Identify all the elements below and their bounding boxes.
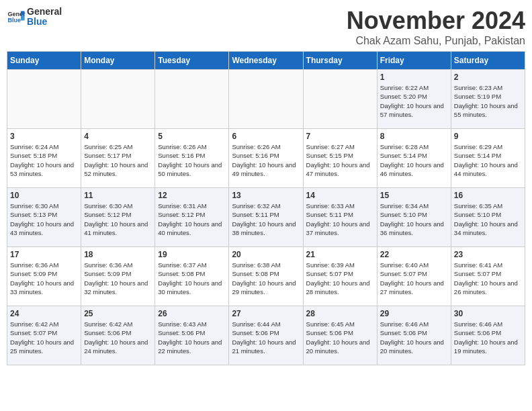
calendar-cell: 6Sunrise: 6:26 AM Sunset: 5:16 PM Daylig…: [229, 129, 303, 188]
logo-line1: General: [27, 7, 62, 17]
day-details: Sunrise: 6:36 AM Sunset: 5:09 PM Dayligh…: [84, 261, 152, 296]
day-number: 26: [158, 309, 226, 318]
day-details: Sunrise: 6:24 AM Sunset: 5:18 PM Dayligh…: [10, 142, 78, 178]
day-details: Sunrise: 6:26 AM Sunset: 5:16 PM Dayligh…: [232, 142, 300, 178]
day-number: 11: [84, 191, 152, 200]
calendar-cell: [7, 70, 81, 129]
day-number: 25: [84, 309, 152, 318]
calendar-cell: 19Sunrise: 6:37 AM Sunset: 5:08 PM Dayli…: [155, 247, 229, 306]
calendar-cell: 13Sunrise: 6:32 AM Sunset: 5:11 PM Dayli…: [229, 188, 303, 247]
day-details: Sunrise: 6:29 AM Sunset: 5:14 PM Dayligh…: [454, 142, 522, 178]
day-details: Sunrise: 6:35 AM Sunset: 5:10 PM Dayligh…: [454, 201, 522, 237]
day-details: Sunrise: 6:33 AM Sunset: 5:11 PM Dayligh…: [306, 201, 374, 237]
day-details: Sunrise: 6:23 AM Sunset: 5:19 PM Dayligh…: [454, 83, 522, 119]
day-number: 18: [84, 250, 152, 259]
week-row-1: 1Sunrise: 6:22 AM Sunset: 5:20 PM Daylig…: [7, 70, 525, 129]
calendar-cell: 18Sunrise: 6:36 AM Sunset: 5:09 PM Dayli…: [81, 247, 155, 306]
day-details: Sunrise: 6:38 AM Sunset: 5:08 PM Dayligh…: [232, 261, 300, 296]
day-details: Sunrise: 6:25 AM Sunset: 5:17 PM Dayligh…: [84, 142, 152, 178]
weekday-header-sunday: Sunday: [7, 52, 81, 70]
day-number: 10: [10, 191, 78, 200]
day-number: 12: [158, 191, 226, 200]
calendar-cell: 16Sunrise: 6:35 AM Sunset: 5:10 PM Dayli…: [451, 188, 525, 247]
calendar-cell: 20Sunrise: 6:38 AM Sunset: 5:08 PM Dayli…: [229, 247, 303, 306]
day-details: Sunrise: 6:40 AM Sunset: 5:07 PM Dayligh…: [380, 261, 448, 296]
day-number: 2: [454, 73, 522, 82]
calendar-cell: 15Sunrise: 6:34 AM Sunset: 5:10 PM Dayli…: [377, 188, 451, 247]
day-details: Sunrise: 6:42 AM Sunset: 5:07 PM Dayligh…: [10, 320, 78, 355]
day-number: 8: [380, 132, 448, 141]
day-details: Sunrise: 6:31 AM Sunset: 5:12 PM Dayligh…: [158, 201, 226, 237]
calendar-cell: 14Sunrise: 6:33 AM Sunset: 5:11 PM Dayli…: [303, 188, 377, 247]
day-details: Sunrise: 6:34 AM Sunset: 5:10 PM Dayligh…: [380, 201, 448, 237]
calendar-cell: 29Sunrise: 6:46 AM Sunset: 5:06 PM Dayli…: [377, 306, 451, 365]
week-row-5: 24Sunrise: 6:42 AM Sunset: 5:07 PM Dayli…: [7, 306, 525, 365]
day-number: 15: [380, 191, 448, 200]
day-number: 22: [380, 250, 448, 259]
weekday-header-thursday: Thursday: [303, 52, 377, 70]
svg-text:Blue: Blue: [7, 17, 21, 24]
weekday-header-saturday: Saturday: [451, 52, 525, 70]
calendar-cell: 3Sunrise: 6:24 AM Sunset: 5:18 PM Daylig…: [7, 129, 81, 188]
day-number: 5: [158, 132, 226, 141]
logo: General Blue General Blue: [7, 7, 62, 28]
calendar-table: SundayMondayTuesdayWednesdayThursdayFrid…: [7, 51, 525, 365]
day-number: 23: [454, 250, 522, 259]
calendar-cell: 10Sunrise: 6:30 AM Sunset: 5:13 PM Dayli…: [7, 188, 81, 247]
calendar-cell: 7Sunrise: 6:27 AM Sunset: 5:15 PM Daylig…: [303, 129, 377, 188]
day-details: Sunrise: 6:45 AM Sunset: 5:06 PM Dayligh…: [306, 320, 374, 355]
day-details: Sunrise: 6:28 AM Sunset: 5:14 PM Dayligh…: [380, 142, 448, 178]
day-number: 1: [380, 73, 448, 82]
calendar-cell: [303, 70, 377, 129]
day-number: 28: [306, 309, 374, 318]
page-header: General Blue General Blue November 2024 …: [7, 7, 525, 47]
day-details: Sunrise: 6:46 AM Sunset: 5:06 PM Dayligh…: [380, 320, 448, 355]
calendar-cell: 22Sunrise: 6:40 AM Sunset: 5:07 PM Dayli…: [377, 247, 451, 306]
calendar-cell: 2Sunrise: 6:23 AM Sunset: 5:19 PM Daylig…: [451, 70, 525, 129]
calendar-cell: 23Sunrise: 6:41 AM Sunset: 5:07 PM Dayli…: [451, 247, 525, 306]
day-number: 24: [10, 309, 78, 318]
day-number: 6: [232, 132, 300, 141]
calendar-cell: 17Sunrise: 6:36 AM Sunset: 5:09 PM Dayli…: [7, 247, 81, 306]
day-number: 21: [306, 250, 374, 259]
day-number: 9: [454, 132, 522, 141]
calendar-cell: 24Sunrise: 6:42 AM Sunset: 5:07 PM Dayli…: [7, 306, 81, 365]
calendar-cell: 21Sunrise: 6:39 AM Sunset: 5:07 PM Dayli…: [303, 247, 377, 306]
day-details: Sunrise: 6:36 AM Sunset: 5:09 PM Dayligh…: [10, 261, 78, 296]
day-details: Sunrise: 6:30 AM Sunset: 5:13 PM Dayligh…: [10, 201, 78, 237]
day-number: 13: [232, 191, 300, 200]
day-details: Sunrise: 6:39 AM Sunset: 5:07 PM Dayligh…: [306, 261, 374, 296]
calendar-cell: 30Sunrise: 6:46 AM Sunset: 5:06 PM Dayli…: [451, 306, 525, 365]
day-number: 7: [306, 132, 374, 141]
calendar-cell: 4Sunrise: 6:25 AM Sunset: 5:17 PM Daylig…: [81, 129, 155, 188]
calendar-cell: 1Sunrise: 6:22 AM Sunset: 5:20 PM Daylig…: [377, 70, 451, 129]
day-number: 3: [10, 132, 78, 141]
calendar-cell: 25Sunrise: 6:42 AM Sunset: 5:06 PM Dayli…: [81, 306, 155, 365]
title-block: November 2024 Chak Azam Sahu, Punjab, Pa…: [347, 7, 525, 47]
week-row-3: 10Sunrise: 6:30 AM Sunset: 5:13 PM Dayli…: [7, 188, 525, 247]
week-row-2: 3Sunrise: 6:24 AM Sunset: 5:18 PM Daylig…: [7, 129, 525, 188]
calendar-cell: 28Sunrise: 6:45 AM Sunset: 5:06 PM Dayli…: [303, 306, 377, 365]
calendar-cell: 8Sunrise: 6:28 AM Sunset: 5:14 PM Daylig…: [377, 129, 451, 188]
weekday-header-tuesday: Tuesday: [155, 52, 229, 70]
weekday-header-friday: Friday: [377, 52, 451, 70]
day-number: 27: [232, 309, 300, 318]
day-details: Sunrise: 6:44 AM Sunset: 5:06 PM Dayligh…: [232, 320, 300, 355]
weekday-header-monday: Monday: [81, 52, 155, 70]
logo-icon: General Blue: [7, 7, 26, 26]
day-number: 16: [454, 191, 522, 200]
calendar-cell: 12Sunrise: 6:31 AM Sunset: 5:12 PM Dayli…: [155, 188, 229, 247]
day-details: Sunrise: 6:42 AM Sunset: 5:06 PM Dayligh…: [84, 320, 152, 355]
day-number: 14: [306, 191, 374, 200]
day-number: 17: [10, 250, 78, 259]
day-details: Sunrise: 6:46 AM Sunset: 5:06 PM Dayligh…: [454, 320, 522, 355]
calendar-cell: 27Sunrise: 6:44 AM Sunset: 5:06 PM Dayli…: [229, 306, 303, 365]
day-number: 4: [84, 132, 152, 141]
day-details: Sunrise: 6:41 AM Sunset: 5:07 PM Dayligh…: [454, 261, 522, 296]
calendar-cell: 5Sunrise: 6:26 AM Sunset: 5:16 PM Daylig…: [155, 129, 229, 188]
calendar-cell: 26Sunrise: 6:43 AM Sunset: 5:06 PM Dayli…: [155, 306, 229, 365]
calendar-cell: [81, 70, 155, 129]
calendar-cell: [229, 70, 303, 129]
weekday-header-wednesday: Wednesday: [229, 52, 303, 70]
month-title: November 2024: [347, 7, 525, 35]
